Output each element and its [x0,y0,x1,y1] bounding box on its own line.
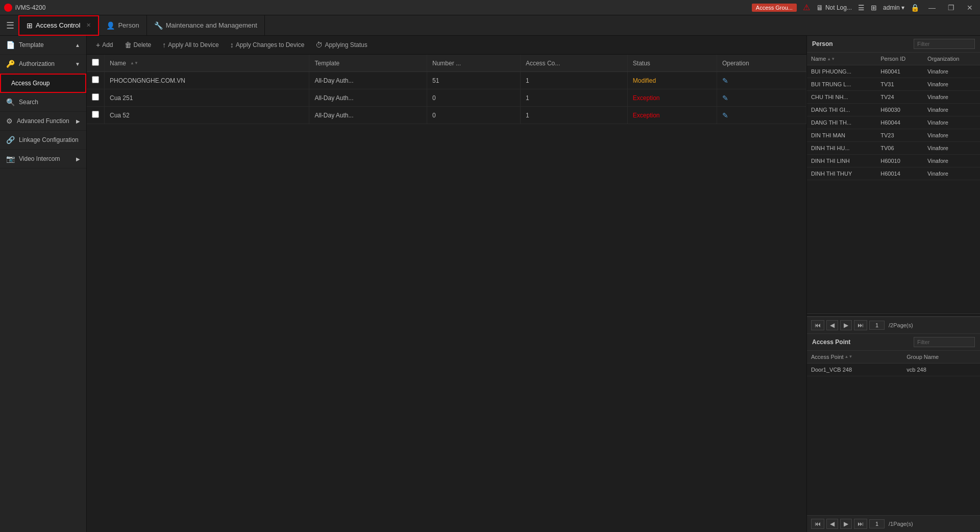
tab-close-icon[interactable]: ✕ [86,22,91,29]
person-panel-header: Person [807,36,980,53]
th-checkbox [87,55,105,72]
person-table-row[interactable]: DANG THI TH... H60044 Vinafore [807,116,980,129]
ap-next-page-button[interactable]: ▶ [840,519,852,529]
person-th-id: Person ID [876,53,923,65]
sidebar-item-authorization[interactable]: 🔑 Authorization ▼ [0,55,86,74]
person-name: DINH THI LINH [807,155,876,167]
apply-all-button[interactable]: ↑ Apply All to Device [157,39,224,51]
row-checkbox[interactable] [92,93,99,101]
person-table-row[interactable]: BUI TRUNG L... TV31 Vinafore [807,78,980,91]
person-table-row[interactable]: DANG THI GI... H60030 Vinafore [807,104,980,116]
person-org: Vinafore [923,142,980,155]
maximize-button[interactable]: ❐ [945,3,958,13]
sidebar-item-search[interactable]: 🔍 Search [0,93,86,112]
sidebar-item-template[interactable]: 📄 Template ▲ [0,36,86,55]
ap-first-page-button[interactable]: ⏮ [811,519,824,529]
row-checkbox[interactable] [92,76,99,83]
apply-changes-button[interactable]: ↕ Apply Changes to Device [225,39,310,51]
app-name: iVMS-4200 [15,4,45,11]
lock-icon[interactable]: 🔒 [911,4,919,12]
access-point-table-scroll[interactable]: Access Point ▲▼ Group Name Door1_VCB 248… [807,351,980,515]
user-menu-button[interactable]: admin ▾ [883,4,904,11]
center-content: + Add 🗑 Delete ↑ Apply All to Device ↕ A… [87,36,806,532]
person-org: Vinafore [923,167,980,180]
th-status: Status [627,55,717,72]
row-operation: ✎ [717,72,806,89]
ap-pagination: ⏮ ◀ ▶ ⏭ /1Page(s) [807,515,980,532]
access-group-table: Name ▲▼ Template Number ... Access Co...… [87,55,806,124]
person-id: TV24 [876,91,923,104]
applying-status-button[interactable]: ⏱ Applying Status [310,39,372,51]
person-id: H60014 [876,167,923,180]
edit-icon[interactable]: ✎ [722,111,728,119]
person-table-row[interactable]: CHU THI NH... TV24 Vinafore [807,91,980,104]
person-name: DANG THI TH... [807,116,876,129]
tab-person[interactable]: 👤 Person [99,15,146,36]
person-page-input[interactable] [869,321,885,330]
title-bar-left: iVMS-4200 [4,4,45,12]
menu-icon[interactable]: ☰ [858,4,865,12]
add-button[interactable]: + Add [91,39,118,51]
person-prev-page-button[interactable]: ◀ [826,320,838,330]
person-org: Vinafore [923,65,980,78]
tab-maintenance[interactable]: 🔧 Maintenance and Management [147,15,265,36]
row-access-control: 1 [520,107,627,124]
edit-icon[interactable]: ✎ [722,94,728,102]
tab-access-control[interactable]: ⊞ Access Control ✕ [18,15,99,36]
sidebar-item-linkage-configuration[interactable]: 🔗 Linkage Configuration [0,131,86,150]
person-table-row[interactable]: DIN THI MAN TV23 Vinafore [807,129,980,142]
person-id: H60041 [876,65,923,78]
ap-last-page-button[interactable]: ⏭ [854,519,867,529]
edit-icon[interactable]: ✎ [722,77,728,85]
main-table-area: Name ▲▼ Template Number ... Access Co...… [87,55,806,532]
person-table-row[interactable]: DINH THI THUY H60014 Vinafore [807,167,980,180]
person-name: DINH THI HU... [807,142,876,155]
row-name: Cua 52 [105,107,309,124]
person-last-page-button[interactable]: ⏭ [854,320,867,330]
row-access-control: 1 [520,72,627,89]
row-status: Exception [627,89,717,107]
ap-prev-page-button[interactable]: ◀ [826,519,838,529]
person-filter-input[interactable] [914,39,975,49]
person-table-scroll[interactable]: Name ▲▼ Person ID Organization BUI PHUON… [807,53,980,313]
notification-icon[interactable]: ⚠ [803,3,810,12]
title-bar-right: Access Grou... ⚠ 🖥 Not Log... ☰ ⊞ admin … [752,3,976,13]
ap-sort-icon[interactable]: ▲▼ [845,354,853,359]
person-org: Vinafore [923,129,980,142]
person-name: DIN THI MAN [807,129,876,142]
close-button[interactable]: ✕ [964,3,976,13]
delete-button[interactable]: 🗑 Delete [119,39,157,51]
ap-page-input[interactable] [869,519,885,528]
minimize-button[interactable]: — [925,3,939,13]
add-icon: + [96,41,100,49]
row-number: 51 [427,72,520,89]
row-name: PHOCONGNGHE.COM.VN [105,72,309,89]
person-name-sort-icon[interactable]: ▲▼ [827,57,835,61]
ap-th-name: Access Point ▲▼ [807,351,902,364]
ap-table-row[interactable]: Door1_VCB 248 vcb 248 [807,363,980,376]
table-row: PHOCONGNGHE.COM.VN All-Day Auth... 51 1 … [87,72,806,89]
person-name: BUI PHUONG... [807,65,876,78]
hamburger-button[interactable]: ☰ [2,20,18,31]
row-status: Modified [627,72,717,89]
person-table-row[interactable]: BUI PHUONG... H60041 Vinafore [807,65,980,78]
sidebar-item-advanced-function[interactable]: ⚙ Advanced Function ▶ [0,112,86,131]
row-checkbox-cell [87,107,105,124]
sidebar-item-video-intercom[interactable]: 📷 Video Intercom ▶ [0,150,86,168]
person-table-row[interactable]: DINH THI HU... TV06 Vinafore [807,142,980,155]
access-group-button[interactable]: Access Grou... [752,4,797,12]
row-checkbox[interactable] [92,111,99,118]
person-table-row[interactable]: DINH THI LINH H60010 Vinafore [807,155,980,167]
search-icon: 🔍 [6,98,15,106]
grid-icon[interactable]: ⊞ [871,4,877,12]
th-name: Name ▲▼ [105,55,309,72]
person-id: TV06 [876,142,923,155]
access-point-filter-input[interactable] [914,337,975,347]
th-access-control: Access Co... [520,55,627,72]
person-first-page-button[interactable]: ⏮ [811,320,824,330]
person-next-page-button[interactable]: ▶ [840,320,852,330]
th-operation: Operation [717,55,806,72]
name-sort-icon[interactable]: ▲▼ [130,61,138,65]
select-all-checkbox[interactable] [92,59,99,66]
sidebar-item-access-group[interactable]: Access Group [0,74,86,93]
